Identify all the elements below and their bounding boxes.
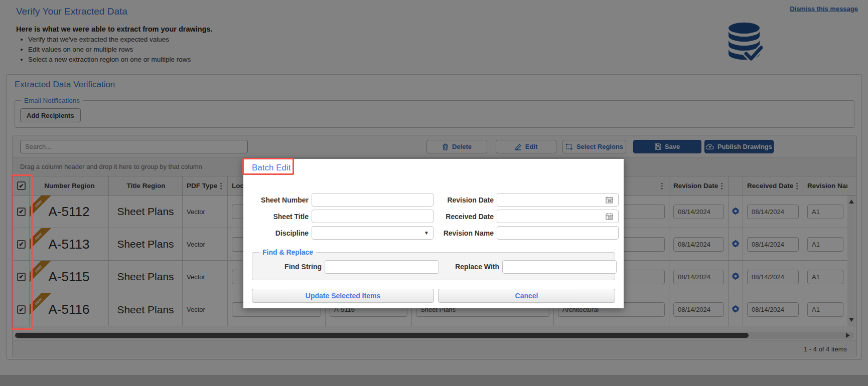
revision-name-label: Revision Name (437, 229, 494, 237)
find-replace-fieldset: Find & Replace Find String Replace With (252, 248, 615, 280)
find-replace-legend: Find & Replace (259, 248, 316, 256)
find-string-label: Find String (262, 263, 322, 271)
sheet-title-label: Sheet Title (243, 213, 309, 221)
batch-edit-title: Batch Edit (252, 163, 291, 173)
chevron-down-icon: ▼ (424, 230, 429, 236)
modal-received-date-input[interactable] (497, 210, 619, 223)
discipline-label: Discipline (243, 229, 309, 237)
sheet-number-label: Sheet Number (243, 196, 309, 204)
replace-with-label: Replace With (448, 263, 499, 271)
modal-sheet-number-input[interactable] (312, 193, 433, 207)
modal-revision-name-input[interactable] (497, 226, 619, 240)
revision-date-label: Revision Date (437, 196, 494, 204)
batch-edit-modal: Batch Edit Sheet Number Sheet Title Disc… (243, 159, 624, 308)
cancel-button[interactable]: Cancel (438, 289, 615, 303)
modal-revision-date-input[interactable] (497, 193, 619, 207)
update-selected-items-button[interactable]: Update Selected Items (252, 289, 434, 303)
find-string-input[interactable] (325, 260, 439, 274)
modal-discipline-select[interactable]: ▼ (312, 226, 433, 240)
replace-with-input[interactable] (502, 260, 617, 274)
received-date-label: Received Date (437, 213, 494, 221)
modal-sheet-title-input[interactable] (312, 210, 433, 223)
